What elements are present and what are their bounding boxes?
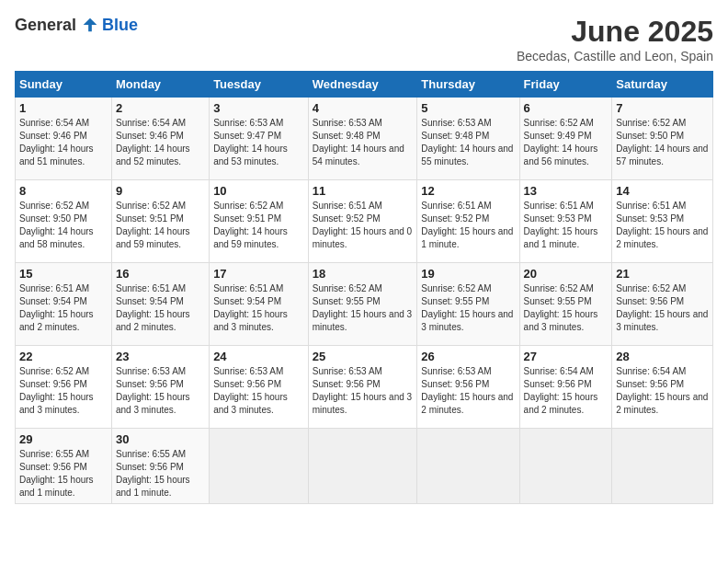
header-thursday: Thursday (417, 72, 519, 98)
table-row: 16Sunrise: 6:51 AMSunset: 9:54 PMDayligh… (111, 263, 209, 346)
header-wednesday: Wednesday (308, 72, 417, 98)
table-row: 5Sunrise: 6:53 AMSunset: 9:48 PMDaylight… (417, 98, 519, 180)
table-row: 9Sunrise: 6:52 AMSunset: 9:51 PMDaylight… (111, 180, 209, 263)
table-row: 17Sunrise: 6:51 AMSunset: 9:54 PMDayligh… (210, 263, 309, 346)
table-row: 7Sunrise: 6:52 AMSunset: 9:50 PMDaylight… (612, 98, 713, 180)
logo-icon (80, 15, 100, 35)
header: General Blue June 2025 Becedas, Castille… (15, 15, 713, 63)
logo: General Blue (15, 15, 138, 35)
logo-blue: Blue (102, 16, 138, 35)
table-row: 27Sunrise: 6:54 AMSunset: 9:56 PMDayligh… (519, 346, 612, 429)
table-row: 29Sunrise: 6:55 AMSunset: 9:56 PMDayligh… (16, 429, 112, 504)
location-title: Becedas, Castille and Leon, Spain (517, 49, 713, 63)
table-row (612, 429, 713, 504)
table-row: 30Sunrise: 6:55 AMSunset: 9:56 PMDayligh… (111, 429, 209, 504)
weekday-header-row: Sunday Monday Tuesday Wednesday Thursday… (16, 72, 713, 98)
table-row (417, 429, 519, 504)
table-row: 19Sunrise: 6:52 AMSunset: 9:55 PMDayligh… (417, 263, 519, 346)
table-row (519, 429, 612, 504)
table-row: 12Sunrise: 6:51 AMSunset: 9:52 PMDayligh… (417, 180, 519, 263)
header-tuesday: Tuesday (210, 72, 309, 98)
table-row: 26Sunrise: 6:53 AMSunset: 9:56 PMDayligh… (417, 346, 519, 429)
table-row: 11Sunrise: 6:51 AMSunset: 9:52 PMDayligh… (308, 180, 417, 263)
table-row: 4Sunrise: 6:53 AMSunset: 9:48 PMDaylight… (308, 98, 417, 180)
table-row: 6Sunrise: 6:52 AMSunset: 9:49 PMDaylight… (519, 98, 612, 180)
table-row: 13Sunrise: 6:51 AMSunset: 9:53 PMDayligh… (519, 180, 612, 263)
table-row: 21Sunrise: 6:52 AMSunset: 9:56 PMDayligh… (612, 263, 713, 346)
table-row: 2Sunrise: 6:54 AMSunset: 9:46 PMDaylight… (111, 98, 209, 180)
header-sunday: Sunday (16, 72, 112, 98)
title-area: June 2025 Becedas, Castille and Leon, Sp… (517, 15, 713, 63)
table-row: 8Sunrise: 6:52 AMSunset: 9:50 PMDaylight… (16, 180, 112, 263)
table-row: 10Sunrise: 6:52 AMSunset: 9:51 PMDayligh… (210, 180, 309, 263)
table-row (210, 429, 309, 504)
table-row: 28Sunrise: 6:54 AMSunset: 9:56 PMDayligh… (612, 346, 713, 429)
table-row: 15Sunrise: 6:51 AMSunset: 9:54 PMDayligh… (16, 263, 112, 346)
table-row: 20Sunrise: 6:52 AMSunset: 9:55 PMDayligh… (519, 263, 612, 346)
table-row: 14Sunrise: 6:51 AMSunset: 9:53 PMDayligh… (612, 180, 713, 263)
table-row: 1Sunrise: 6:54 AMSunset: 9:46 PMDaylight… (16, 98, 112, 180)
table-row: 25Sunrise: 6:53 AMSunset: 9:56 PMDayligh… (308, 346, 417, 429)
header-monday: Monday (111, 72, 209, 98)
table-row (308, 429, 417, 504)
table-row: 18Sunrise: 6:52 AMSunset: 9:55 PMDayligh… (308, 263, 417, 346)
month-title: June 2025 (517, 15, 713, 49)
header-saturday: Saturday (612, 72, 713, 98)
calendar-table: Sunday Monday Tuesday Wednesday Thursday… (15, 71, 713, 504)
table-row: 22Sunrise: 6:52 AMSunset: 9:56 PMDayligh… (16, 346, 112, 429)
table-row: 23Sunrise: 6:53 AMSunset: 9:56 PMDayligh… (111, 346, 209, 429)
logo-general: General (15, 16, 76, 35)
table-row: 24Sunrise: 6:53 AMSunset: 9:56 PMDayligh… (210, 346, 309, 429)
table-row: 3Sunrise: 6:53 AMSunset: 9:47 PMDaylight… (210, 98, 309, 180)
header-friday: Friday (519, 72, 612, 98)
